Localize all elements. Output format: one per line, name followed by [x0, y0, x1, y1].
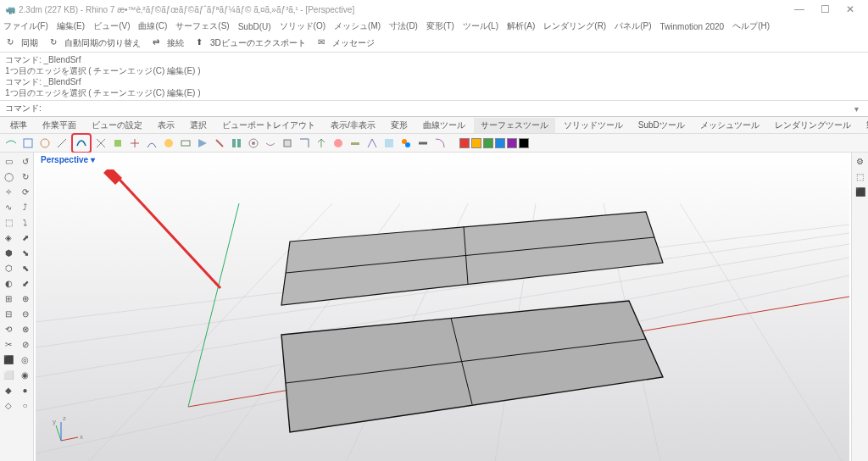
- ltool-14[interactable]: ⬛: [2, 353, 15, 366]
- message-button[interactable]: ✉メッセージ: [314, 36, 378, 51]
- tab-display[interactable]: 表示: [151, 118, 181, 133]
- menu-dimension[interactable]: 寸法(D): [389, 20, 418, 32]
- tab-drafting[interactable]: 製図: [860, 118, 868, 133]
- tool-icon-6[interactable]: [93, 136, 108, 151]
- l2tool-5[interactable]: ⤵: [19, 215, 32, 229]
- tool-icon-3[interactable]: [37, 136, 53, 151]
- tool-icon-4[interactable]: [54, 136, 70, 151]
- tool-icon-25[interactable]: [415, 136, 431, 151]
- ltool-11[interactable]: ⊟: [2, 307, 15, 320]
- tab-curve-tools[interactable]: 曲線ツール: [416, 118, 472, 133]
- menu-twinmotion[interactable]: Twinmotion 2020: [660, 22, 725, 31]
- tab-visibility[interactable]: 表示/非表示: [324, 118, 382, 133]
- tab-render-tools[interactable]: レンダリングツール: [768, 118, 858, 133]
- tool-icon-10[interactable]: [161, 136, 176, 151]
- ltool-15[interactable]: ⬜: [2, 368, 15, 381]
- tool-icon-21[interactable]: [348, 136, 363, 151]
- ltool-5[interactable]: ⬚: [2, 215, 15, 229]
- rtool-1[interactable]: ⚙: [854, 154, 867, 168]
- ltool-2[interactable]: ◯: [2, 169, 15, 183]
- ltool-6[interactable]: ◈: [2, 230, 15, 244]
- ltool-17[interactable]: ◇: [2, 398, 15, 412]
- tab-transform[interactable]: 変形: [384, 118, 415, 133]
- menu-panel[interactable]: パネル(P): [615, 20, 651, 32]
- connect-button[interactable]: ⇄接続: [149, 36, 187, 51]
- l2tool-16[interactable]: ●: [19, 383, 32, 397]
- menu-file[interactable]: ファイル(F): [3, 20, 48, 32]
- command-input[interactable]: [45, 104, 849, 114]
- color-swatch-2[interactable]: [471, 138, 481, 148]
- tool-icon-9[interactable]: [144, 136, 159, 151]
- ltool-12[interactable]: ⟲: [2, 322, 15, 336]
- l2tool-6[interactable]: ⬈: [19, 230, 32, 244]
- tab-standard[interactable]: 標準: [3, 118, 34, 133]
- tab-viewport-layout[interactable]: ビューポートレイアウト: [215, 118, 322, 133]
- menu-surface[interactable]: サーフェス(S): [175, 20, 229, 32]
- l2tool-10[interactable]: ⊕: [19, 292, 32, 305]
- tool-icon-22[interactable]: [364, 136, 380, 151]
- l2tool-11[interactable]: ⊖: [19, 307, 32, 320]
- tab-solid-tools[interactable]: ソリッドツール: [557, 118, 630, 133]
- tab-mesh-tools[interactable]: メッシュツール: [693, 118, 766, 133]
- ltool-8[interactable]: ⬡: [2, 261, 15, 275]
- viewport-label[interactable]: Perspective: [36, 154, 100, 165]
- color-swatch-5[interactable]: [507, 138, 517, 148]
- tool-icon-2[interactable]: [20, 136, 36, 151]
- l2tool-7[interactable]: ⬊: [19, 246, 32, 259]
- ltool-16[interactable]: ◆: [2, 383, 15, 397]
- menu-render[interactable]: レンダリング(R): [543, 20, 606, 32]
- rtool-2[interactable]: ⬚: [854, 169, 867, 183]
- l2tool-17[interactable]: ○: [19, 398, 32, 412]
- l2tool-15[interactable]: ◉: [19, 368, 32, 381]
- menu-solid[interactable]: ソリッド(O): [280, 20, 326, 32]
- tool-icon-1[interactable]: [3, 136, 19, 151]
- menu-subd[interactable]: SubD(U): [238, 22, 271, 31]
- ltool-3[interactable]: ✧: [2, 185, 15, 198]
- l2tool-2[interactable]: ↻: [19, 169, 32, 183]
- tab-surface-tools[interactable]: サーフェスツール: [474, 118, 555, 133]
- autosync-button[interactable]: ↻自動同期の切り替え: [47, 36, 144, 51]
- close-button[interactable]: ✕: [837, 1, 863, 18]
- l2tool-8[interactable]: ⬉: [19, 261, 32, 275]
- ltool-4[interactable]: ∿: [2, 200, 15, 214]
- tab-select[interactable]: 選択: [183, 118, 214, 133]
- export3d-button[interactable]: ⬆3Dビューのエクスポート: [192, 36, 309, 51]
- menu-mesh[interactable]: メッシュ(M): [334, 20, 381, 32]
- menu-analyze[interactable]: 解析(A): [507, 20, 535, 32]
- l2tool-4[interactable]: ⤴: [19, 200, 32, 214]
- ltool-7[interactable]: ⬢: [2, 246, 15, 259]
- rtool-3[interactable]: ⬛: [854, 185, 867, 198]
- tool-icon-14[interactable]: [229, 136, 244, 151]
- tool-icon-24[interactable]: [398, 136, 414, 151]
- sync-button[interactable]: ↻同期: [3, 36, 42, 51]
- l2tool-3[interactable]: ⟳: [19, 185, 32, 198]
- tool-icon-19[interactable]: [314, 136, 329, 151]
- maximize-button[interactable]: ☐: [812, 1, 837, 18]
- tool-icon-13[interactable]: [212, 136, 227, 151]
- command-dropdown[interactable]: ▾: [849, 104, 863, 114]
- ltool-1[interactable]: ▭: [2, 154, 15, 168]
- menu-transform[interactable]: 変形(T): [426, 20, 454, 32]
- l2tool-13[interactable]: ⊘: [19, 337, 32, 351]
- tool-icon-20[interactable]: [331, 136, 346, 151]
- menu-view[interactable]: ビュー(V): [93, 20, 130, 32]
- tool-icon-23[interactable]: [381, 136, 397, 151]
- tool-icon-8[interactable]: [127, 136, 142, 151]
- color-swatch-3[interactable]: [483, 138, 493, 148]
- tool-icon-18[interactable]: [297, 136, 312, 151]
- viewport-perspective[interactable]: Perspective: [34, 153, 851, 461]
- tab-cplane[interactable]: 作業平面: [36, 118, 83, 133]
- color-swatch-1[interactable]: [459, 138, 470, 148]
- menu-curve[interactable]: 曲線(C): [138, 20, 167, 32]
- ltool-10[interactable]: ⊞: [2, 292, 15, 305]
- color-swatch-4[interactable]: [495, 138, 505, 148]
- l2tool-9[interactable]: ⬋: [19, 276, 32, 290]
- tool-icon-16[interactable]: [263, 136, 278, 151]
- menu-help[interactable]: ヘルプ(H): [732, 20, 770, 32]
- tool-icon-26[interactable]: [432, 136, 448, 151]
- ltool-9[interactable]: ◐: [2, 276, 15, 290]
- l2tool-14[interactable]: ◎: [19, 353, 32, 366]
- tool-icon-17[interactable]: [280, 136, 295, 151]
- tool-icon-11[interactable]: [178, 136, 193, 151]
- minimize-button[interactable]: —: [787, 1, 812, 18]
